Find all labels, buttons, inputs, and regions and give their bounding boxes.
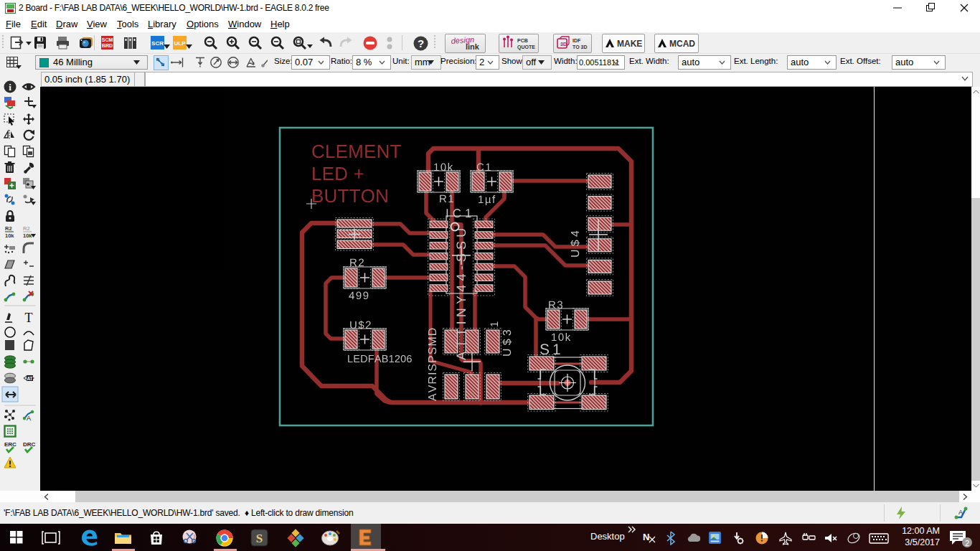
svg-text:A: A xyxy=(958,509,963,516)
svg-text:MAKE: MAKE xyxy=(617,39,642,49)
svg-text:10k: 10k xyxy=(5,232,14,239)
svg-text:MCAD: MCAD xyxy=(669,39,695,49)
svg-text:link: link xyxy=(466,42,480,51)
svg-text:N: N xyxy=(643,532,649,542)
svg-text:R2: R2 xyxy=(5,225,12,232)
svg-text:R2: R2 xyxy=(23,225,30,232)
svg-text:A: A xyxy=(27,415,31,422)
svg-text:BRD: BRD xyxy=(102,43,113,48)
svg-text:ULP: ULP xyxy=(174,40,187,47)
svg-text:IDF: IDF xyxy=(573,38,581,43)
svg-text:SCM: SCM xyxy=(102,37,113,42)
svg-text:QUOTE: QUOTE xyxy=(517,44,535,50)
svg-text:TO 3D: TO 3D xyxy=(573,44,588,50)
svg-text:10k: 10k xyxy=(23,232,32,239)
svg-text:S: S xyxy=(256,532,263,545)
svg-text:3D: 3D xyxy=(560,42,567,47)
svg-text:SCR: SCR xyxy=(151,40,164,47)
svg-text:i: i xyxy=(9,82,11,93)
svg-text:AT: AT xyxy=(27,376,32,381)
svg-text:2: 2 xyxy=(965,539,969,547)
svg-text:ERC: ERC xyxy=(4,441,17,448)
svg-text:?: ? xyxy=(418,37,424,50)
svg-text:T: T xyxy=(25,311,33,325)
svg-text:DRC: DRC xyxy=(23,441,36,448)
svg-text:PCB: PCB xyxy=(517,38,528,43)
